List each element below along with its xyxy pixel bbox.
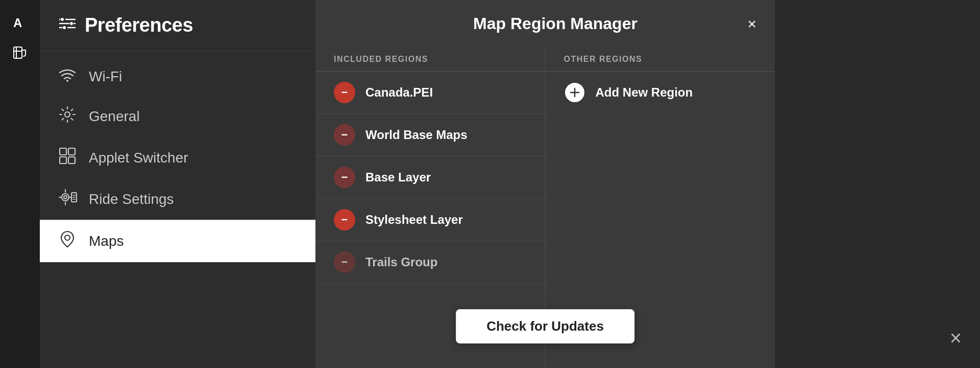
svg-point-20 <box>64 196 67 199</box>
world-base-maps-label: World Base Maps <box>365 128 468 142</box>
sidebar-item-general[interactable]: General <box>40 96 315 137</box>
stylesheet-layer-label: Stylesheet Layer <box>365 213 463 227</box>
svg-point-25 <box>65 235 70 240</box>
sidebar-item-wifi-label: Wi-Fi <box>89 68 122 85</box>
region-item-canada-pei[interactable]: − Canada.PEI <box>315 72 545 114</box>
svg-point-13 <box>66 80 68 82</box>
add-region-button[interactable] <box>564 82 585 103</box>
sidebar-item-ride-settings-label: Ride Settings <box>89 191 174 208</box>
preferences-title: Preferences <box>85 14 193 36</box>
sidebar-item-maps[interactable]: Maps <box>40 220 315 262</box>
sidebar-item-wifi[interactable]: Wi-Fi <box>40 57 315 96</box>
mrm-title: Map Region Manager <box>354 14 736 33</box>
region-item-world-base-maps[interactable]: − World Base Maps <box>315 114 545 156</box>
general-icon <box>58 106 77 127</box>
far-close-button[interactable]: × <box>950 327 962 350</box>
remove-stylesheet-layer-button[interactable]: − <box>334 209 355 231</box>
left-sidebar: A <box>0 0 40 368</box>
sidebar-item-maps-label: Maps <box>89 233 124 249</box>
svg-point-10 <box>63 26 66 29</box>
remove-base-layer-button[interactable]: − <box>334 167 355 188</box>
svg-text:A: A <box>13 16 22 30</box>
svg-rect-18 <box>68 157 75 164</box>
trails-group-label: Trails Group <box>365 255 437 269</box>
close-mrm-button[interactable]: × <box>736 16 756 32</box>
maps-icon <box>58 230 77 252</box>
mrm-header: Map Region Manager × <box>315 0 775 48</box>
sidebar-item-ride-settings[interactable]: Ride Settings <box>40 178 315 220</box>
remove-world-base-maps-button[interactable]: − <box>334 124 355 146</box>
nav-items: Wi-Fi General Applet Switc <box>40 51 315 268</box>
svg-rect-17 <box>60 157 66 164</box>
ride-settings-icon <box>58 189 77 210</box>
preferences-menu-icon <box>58 16 77 35</box>
remove-canada-pei-button[interactable]: − <box>334 82 355 103</box>
check-for-updates-button[interactable]: Check for Updates <box>456 309 634 343</box>
canada-pei-label: Canada.PEI <box>365 85 433 100</box>
base-layer-label: Base Layer <box>365 170 431 185</box>
map-region-manager-panel: Map Region Manager × INCLUDED REGIONS − … <box>315 0 775 368</box>
sidebar-item-applet-switcher[interactable]: Applet Switcher <box>40 137 315 178</box>
preferences-header: Preferences <box>40 0 315 51</box>
add-region-label: Add New Region <box>596 85 693 100</box>
region-item-trails-group[interactable]: − Trails Group <box>315 241 545 284</box>
svg-point-4 <box>61 18 64 21</box>
grid-icon <box>58 147 77 168</box>
svg-point-7 <box>70 22 73 25</box>
svg-point-19 <box>62 194 69 201</box>
region-item-stylesheet-layer[interactable]: − Stylesheet Layer <box>315 199 545 241</box>
sidebar-item-applet-switcher-label: Applet Switcher <box>89 150 188 166</box>
svg-rect-1 <box>14 47 22 58</box>
region-item-base-layer[interactable]: − Base Layer <box>315 156 545 199</box>
included-regions-header: INCLUDED REGIONS <box>315 48 545 72</box>
wifi-icon <box>58 67 77 85</box>
svg-point-14 <box>65 112 70 117</box>
fuel-icon[interactable] <box>8 41 32 65</box>
remove-trails-group-button[interactable]: − <box>334 251 355 273</box>
preferences-panel: Preferences Wi-Fi Genera <box>40 0 315 368</box>
other-regions-header: OTHER REGIONS <box>546 48 775 72</box>
add-new-region-item[interactable]: Add New Region <box>546 72 775 113</box>
font-icon[interactable]: A <box>8 10 32 35</box>
svg-rect-15 <box>60 148 66 155</box>
sidebar-item-general-label: General <box>89 108 140 125</box>
svg-rect-16 <box>68 148 75 155</box>
